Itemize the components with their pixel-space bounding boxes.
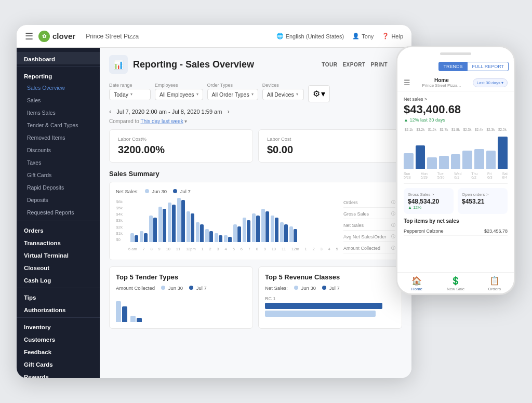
bar [181,200,185,242]
sidebar-item-closeout[interactable]: Closeout [17,261,100,273]
date-range-label: Date range [109,83,151,88]
tender-types-chart: Top 5 Tender Types Amount Collected Jun … [109,266,253,329]
filters-row: Date range Today ▾ Employees All Employe… [109,80,402,102]
tender-jul-dot [189,286,193,290]
chevron-down-icon: ▾ [130,92,132,97]
employees-dropdown[interactable]: All Employees ▾ [155,89,203,100]
hamburger-icon[interactable]: ☰ [25,31,33,42]
filter-icon-button[interactable]: ⚙ ▾ [308,85,330,102]
phone-bar-col [404,153,414,169]
compare-link[interactable]: This day last week [140,118,183,124]
order-types-dropdown[interactable]: All Order Types ▾ [207,89,258,100]
orders-metric: Orders ⓘ [343,199,395,208]
bar [130,316,136,322]
phone-nav-orders[interactable]: 📋 Orders [475,276,514,291]
sidebar-item-virtual-terminal[interactable]: Virtual Terminal [17,248,100,261]
bar [247,220,250,243]
order-types-filter: Order Types All Order Types ▾ [207,83,258,100]
content-header: 📊 Reporting - Sales Overview TOUR EXPORT… [109,55,402,74]
sidebar-item-reporting[interactable]: Reporting [17,69,100,82]
sidebar-item-authorizations[interactable]: Authorizations [17,303,100,315]
open-orders-card: Open orders > $453.21 [458,188,508,214]
bar [404,153,414,169]
revenue-jun-dot [294,286,298,290]
export-button[interactable]: EXPORT [342,62,365,68]
sidebar-item-deposits[interactable]: Deposits [17,194,100,206]
bar [427,157,437,169]
bar [284,224,288,242]
funnel-icon: ⚙ [313,89,320,99]
phone-chart-container: $2.1k $3.2k $1.6k $1.7k $1.8k $2.3k $2.4… [404,128,508,169]
sidebar-item-sales[interactable]: Sales [17,94,100,106]
sidebar-item-requested-reports[interactable]: Requested Reports [17,206,100,219]
prev-date-button[interactable]: ‹ [109,108,111,115]
net-sales-label[interactable]: Net sales > [404,97,508,102]
user-item[interactable]: 👤 Tony [352,33,374,39]
sidebar-item-cash-log[interactable]: Cash Log [17,273,100,286]
tour-button[interactable]: TOUR [322,62,337,68]
bar [289,226,293,242]
trends-button[interactable]: TRENDS [438,62,467,71]
sidebar-item-items-sales[interactable]: Items Sales [17,106,100,119]
bar-group [130,233,138,242]
bar-group [205,229,213,243]
bar-group [158,207,166,242]
sidebar-item-orders[interactable]: Orders [17,223,100,236]
bar [177,198,181,242]
open-orders-label[interactable]: Open orders > [462,192,503,197]
bar [219,235,222,242]
open-orders-value: $453.21 [462,198,503,205]
phone-bottom-nav: 🏠 Home 💲 New Sale 📋 Orders [397,272,514,293]
sidebar-item-tips[interactable]: Tips [17,290,100,303]
bar [116,301,121,322]
bar [256,216,260,242]
phone-nav-home[interactable]: 🏠 Home [397,276,436,291]
sidebar-item-discounts[interactable]: Discounts [17,144,100,156]
phone-menu-icon[interactable]: ☰ [404,78,410,87]
top-item-name: Pepperoni Calzone [404,229,444,234]
tablet-topbar: ☰ ✿ clover Prince Street Pizza 🌐 English… [17,25,411,48]
revenue-bars: RC 1 [265,296,395,317]
gross-sales-card: Gross Sales > $48,534.20 ▲ 12% [404,188,454,214]
globe-icon: 🌐 [276,33,284,39]
bar-group [168,203,176,243]
language-item[interactable]: 🌐 English (United States) [276,33,344,39]
phone-body: Net sales > $43,400.68 ▲ 12% last 30 day… [397,91,514,272]
gross-sales-label[interactable]: Gross Sales > [408,192,449,197]
bar-group [252,213,260,242]
phone-nav-home-label: Home [411,287,422,291]
bar-group [196,222,204,242]
sidebar-item-rapid-deposits[interactable]: Rapid Deposits [17,181,100,194]
bar [196,222,200,242]
next-date-button[interactable]: › [227,108,229,115]
phone-nav-new-sale[interactable]: 💲 New Sale [436,276,475,291]
full-report-button[interactable]: FULL REPORT [467,62,509,71]
bar [187,211,190,243]
legend-jul7: Jul 7 [173,189,191,194]
bar [130,233,134,242]
sidebar-item-tender-card-types[interactable]: Tender & Card Types [17,119,100,131]
phone-store-info: Home Prince Street Pizza... [422,77,461,88]
phone-period-btn[interactable]: Last 30 days ▾ [473,78,508,87]
help-item[interactable]: ❓ Help [382,33,403,39]
sidebar-item-feedback[interactable]: Feedback [17,345,100,357]
info-icon: ⓘ [391,199,395,205]
sidebar-item-inventory[interactable]: Inventory [17,320,100,332]
sidebar-item-customers[interactable]: Customers [17,332,100,345]
reporting-icon: 📊 [109,55,128,74]
date-range-dropdown[interactable]: Today ▾ [109,89,151,100]
amount-collected-label: Amount Collected [116,285,155,291]
print-button[interactable]: PRINT [371,62,388,68]
legend-jun30: Jun 30 [145,189,167,194]
sidebar-item-taxes[interactable]: Taxes [17,156,100,169]
phone-bar-col [439,156,449,169]
gross-sales-metric: Gross Sales ⓘ [343,211,395,219]
sidebar-item-gift-cards[interactable]: Gift Cards [17,357,100,370]
sidebar-item-gift-cards-reporting[interactable]: Gift Cards [17,169,100,181]
sidebar-item-transactions[interactable]: Transactions [17,236,100,248]
sidebar-item-sales-overview[interactable]: Sales Overview [17,82,100,94]
sidebar-item-dashboard[interactable]: Dashboard [17,52,100,64]
sidebar-item-removed-items[interactable]: Removed Items [17,131,100,144]
sidebar-item-rewards[interactable]: Rewards [17,370,100,378]
devices-dropdown[interactable]: All Devices ▾ [262,89,304,100]
